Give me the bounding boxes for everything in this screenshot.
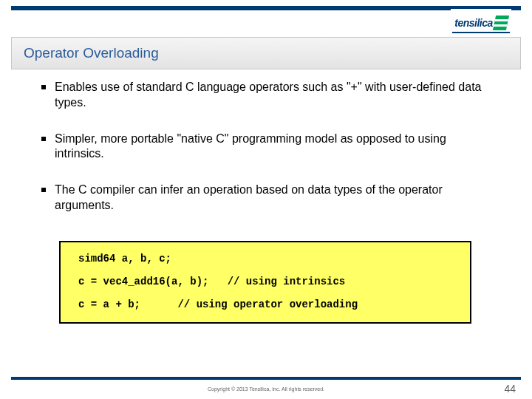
bullet-text: Simpler, more portable "native C" progra… — [55, 132, 497, 163]
bullet-item: The C compiler can infer an operation ba… — [41, 183, 497, 214]
copyright-text: Copyright © 2013 Tensilica, Inc. All rig… — [0, 386, 532, 392]
bullet-item: Enables use of standard C language opera… — [41, 80, 497, 111]
code-line: c = a + b; // using operator overloading — [78, 299, 452, 311]
title-bar: Operator Overloading — [11, 37, 521, 69]
bullet-item: Simpler, more portable "native C" progra… — [41, 132, 497, 163]
content-area: Enables use of standard C language opera… — [41, 80, 497, 234]
footer-rule — [11, 377, 521, 380]
brand-underline — [452, 32, 510, 33]
bullet-dot-icon — [41, 188, 46, 192]
code-line: simd64 a, b, c; — [78, 253, 452, 265]
bullet-text: The C compiler can infer an operation ba… — [55, 183, 497, 214]
slide-title: Operator Overloading — [24, 45, 159, 61]
bullet-dot-icon — [41, 85, 46, 89]
code-example: simd64 a, b, c; c = vec4_add16(a, b); //… — [59, 241, 471, 324]
brand-logo: tensilica — [451, 9, 511, 40]
brand-text: tensilica — [454, 17, 493, 29]
brand-mark-icon — [493, 16, 509, 30]
top-rule — [11, 6, 521, 10]
page-number: 44 — [504, 383, 516, 395]
bullet-dot-icon — [41, 137, 46, 141]
code-line: c = vec4_add16(a, b); // using intrinsic… — [78, 276, 452, 288]
bullet-text: Enables use of standard C language opera… — [55, 80, 497, 111]
